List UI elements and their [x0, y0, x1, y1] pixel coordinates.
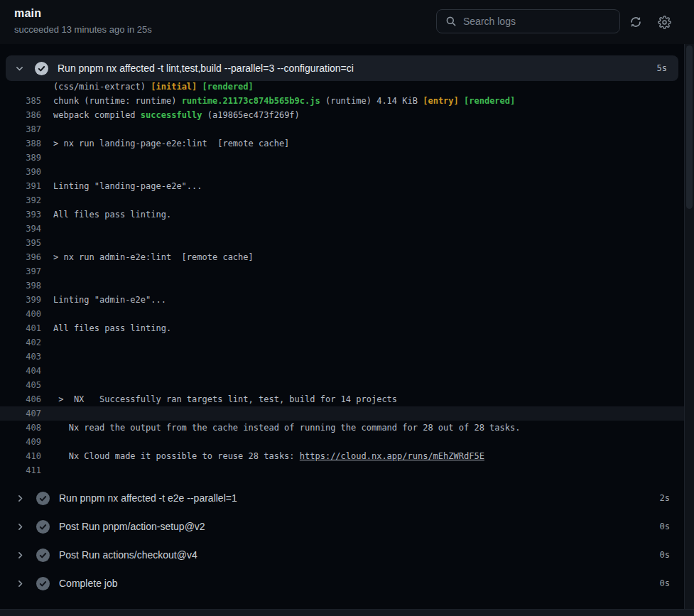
search-input[interactable]: Search logs	[436, 9, 620, 33]
line-number[interactable]: 410	[0, 449, 41, 463]
log-text-plain: (css/mini-extract)	[53, 82, 151, 92]
chevron-right-icon[interactable]	[16, 494, 25, 503]
log-line: 400	[0, 307, 684, 321]
step-header-collapsed[interactable]: Run pnpm nx affected -t e2e --parallel=1…	[0, 484, 684, 512]
line-number[interactable]: 393	[0, 207, 41, 222]
gear-icon	[658, 16, 671, 29]
step-header-collapsed[interactable]: Complete job0s	[0, 569, 684, 598]
line-number[interactable]	[0, 80, 41, 94]
log-line: 405	[0, 378, 684, 392]
log-line: 399Linting "admin-e2e"...	[0, 293, 684, 307]
line-number[interactable]: 406	[0, 392, 41, 406]
collapsed-steps: Run pnpm nx affected -t e2e --parallel=1…	[0, 484, 684, 598]
log-text: > NX Successfully ran targets lint, test…	[41, 392, 397, 406]
step-header-collapsed[interactable]: Post Run actions/checkout@v40s	[0, 541, 684, 569]
log-panel: Run pnpm nx affected -t lint,test,build …	[0, 44, 694, 609]
log-text: (css/mini-extract) [initial] [rendered]	[41, 80, 254, 94]
step-duration: 0s	[660, 578, 670, 588]
step-duration: 5s	[657, 63, 667, 73]
line-number[interactable]: 397	[0, 264, 41, 279]
log-line: 398	[0, 279, 684, 293]
line-number[interactable]: 404	[0, 364, 41, 378]
log-lines: (css/mini-extract) [initial] [rendered]3…	[0, 80, 684, 477]
success-check-icon	[36, 492, 50, 505]
line-number[interactable]: 388	[0, 136, 41, 151]
chevron-right-icon[interactable]	[16, 579, 25, 588]
log-text: chunk (runtime: runtime) runtime.21173c8…	[41, 94, 515, 108]
log-text-plain: webpack compiled	[53, 110, 141, 120]
log-text-plain	[197, 82, 202, 92]
log-text: Nx Cloud made it possible to reuse 28 ta…	[41, 449, 484, 463]
line-number[interactable]: 402	[0, 335, 41, 350]
line-number[interactable]: 409	[0, 435, 41, 449]
line-number[interactable]: 386	[0, 108, 41, 122]
log-line: 388> nx run landing-page-e2e:lint [remot…	[0, 136, 684, 151]
log-text	[41, 193, 53, 207]
success-check-icon	[36, 549, 50, 562]
log-link[interactable]: https://cloud.nx.app/runs/mEhZWRdF5E	[300, 451, 484, 461]
log-text	[41, 122, 53, 136]
log-text	[41, 236, 53, 250]
log-text-plain: Linting "landing-page-e2e"...	[53, 181, 202, 191]
settings-button[interactable]	[656, 14, 672, 30]
log-text: webpack compiled successfully (a19865ec4…	[41, 108, 300, 122]
log-text-green: [rendered]	[464, 96, 515, 106]
refresh-button[interactable]	[628, 14, 644, 30]
line-number[interactable]: 390	[0, 165, 41, 179]
line-number[interactable]: 403	[0, 350, 41, 364]
log-line: 393All files pass linting.	[0, 207, 684, 222]
line-number[interactable]: 407	[0, 406, 41, 421]
search-icon	[445, 16, 457, 27]
step-header-collapsed[interactable]: Post Run pnpm/action-setup@v20s	[0, 512, 684, 541]
line-number[interactable]: 385	[0, 94, 41, 108]
step-label: Run pnpm nx affected -t e2e --parallel=1	[59, 492, 237, 504]
line-number[interactable]: 392	[0, 193, 41, 207]
refresh-icon	[629, 16, 642, 28]
line-number[interactable]: 401	[0, 321, 41, 335]
vertical-scrollbar[interactable]	[684, 44, 694, 609]
line-number[interactable]: 399	[0, 293, 41, 307]
line-number[interactable]: 398	[0, 279, 41, 293]
log-text-plain: > nx run landing-page-e2e:lint [remote c…	[53, 139, 289, 148]
step-duration: 0s	[660, 550, 670, 560]
line-number[interactable]: 395	[0, 236, 41, 250]
line-number[interactable]: 394	[0, 222, 41, 236]
step-header-expanded[interactable]: Run pnpm nx affected -t lint,test,build …	[6, 55, 678, 81]
line-number[interactable]: 400	[0, 307, 41, 321]
log-text	[41, 406, 53, 421]
step-label: Run pnpm nx affected -t lint,test,build …	[58, 63, 354, 74]
log-text-plain: Nx Cloud made it possible to reuse 28 ta…	[53, 451, 300, 461]
log-line: 411	[0, 463, 684, 477]
line-number[interactable]: 411	[0, 463, 41, 477]
log-text: All files pass linting.	[41, 321, 171, 335]
success-check-icon	[36, 520, 50, 534]
line-number[interactable]: 408	[0, 421, 41, 435]
log-line: 397	[0, 264, 684, 279]
log-text-plain: chunk (runtime: runtime)	[53, 96, 182, 106]
line-number[interactable]: 405	[0, 378, 41, 392]
success-check-icon	[36, 577, 50, 590]
log-line: 389	[0, 151, 684, 165]
log-text-plain: All files pass linting.	[53, 210, 171, 220]
chevron-down-icon[interactable]	[15, 64, 24, 73]
log-text: All files pass linting.	[41, 207, 171, 222]
chevron-right-icon[interactable]	[16, 522, 25, 531]
page-footer-edge	[0, 609, 694, 616]
log-text-plain: > NX Successfully ran targets lint, test…	[53, 394, 397, 404]
log-text-plain	[459, 96, 464, 106]
log-text-green: [rendered]	[202, 82, 254, 92]
success-check-icon	[35, 62, 48, 75]
log-text-plain: (runtime) 4.14 KiB	[320, 96, 423, 106]
line-number[interactable]: 396	[0, 250, 41, 264]
line-number[interactable]: 387	[0, 122, 41, 136]
line-number[interactable]: 389	[0, 151, 41, 165]
log-text: > nx run landing-page-e2e:lint [remote c…	[41, 136, 289, 151]
scrollbar-thumb[interactable]	[686, 45, 693, 209]
line-number[interactable]: 391	[0, 179, 41, 193]
log-text-plain: Linting "admin-e2e"...	[53, 295, 166, 305]
log-line: 386webpack compiled successfully (a19865…	[0, 108, 684, 122]
step-label: Complete job	[59, 578, 118, 589]
log-line: 394	[0, 222, 684, 236]
chevron-right-icon[interactable]	[16, 551, 25, 560]
log-text-green: successfully	[141, 110, 202, 120]
